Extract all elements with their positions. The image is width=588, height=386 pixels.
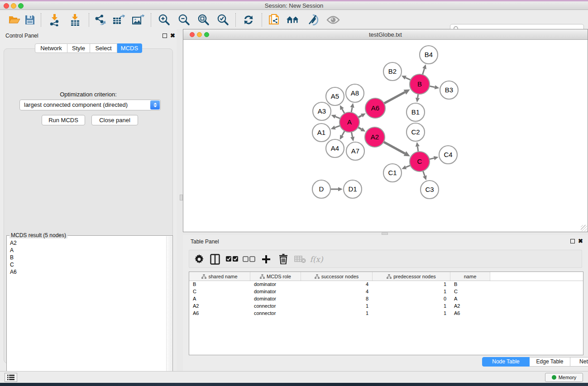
export-network-icon[interactable] (91, 12, 108, 28)
column-header-successor-nodes[interactable]: successor nodes (301, 272, 373, 281)
close-panel-icon[interactable]: ✖ (170, 33, 175, 38)
open-file-icon[interactable] (6, 12, 23, 28)
export-table-icon[interactable] (110, 12, 127, 28)
zoom-fit-icon[interactable] (195, 12, 211, 28)
mcds-result-item[interactable]: C (10, 261, 166, 268)
function-builder-icon[interactable]: f(x) (309, 252, 324, 267)
tab-edge-table[interactable]: Edge Table (530, 357, 570, 367)
table-cell[interactable]: B (189, 281, 250, 288)
mcds-result-item[interactable]: A2 (10, 239, 166, 247)
graph-edge-C-C3[interactable] (423, 171, 425, 176)
graph-edge-A-A1[interactable] (335, 126, 340, 128)
mcds-result-item[interactable]: A6 (10, 268, 166, 276)
graph-edge-C-C2[interactable] (417, 147, 418, 152)
table-row[interactable]: Adominator80A (189, 295, 583, 303)
table-cell[interactable]: A6 (450, 310, 490, 317)
table-cell[interactable]: dominator (250, 295, 301, 303)
table-cell[interactable]: 1 (373, 303, 450, 310)
import-table-icon[interactable] (67, 12, 83, 28)
table-cell[interactable]: A (189, 295, 250, 303)
refresh-layout-icon[interactable] (240, 12, 257, 28)
column-header-name[interactable]: name (450, 272, 490, 281)
result-list-scrollbar[interactable] (166, 236, 172, 386)
tab-mcds[interactable]: MCDS (117, 43, 142, 53)
delete-column-icon[interactable] (276, 252, 291, 267)
zoom-selected-icon[interactable] (215, 12, 231, 28)
table-close-panel-icon[interactable]: ✖ (578, 239, 583, 243)
tab-select[interactable]: Select (90, 43, 117, 53)
table-cell[interactable]: B (450, 281, 490, 288)
table-row[interactable]: A6connector11A6 (189, 310, 583, 317)
close-panel-button[interactable]: Close panel (91, 115, 138, 125)
node-table[interactable]: shared nameMCDS rolesuccessor nodesprede… (189, 272, 583, 355)
import-network-icon[interactable] (46, 12, 62, 28)
tab-node-table[interactable]: Node Table (482, 357, 530, 367)
run-mcds-button[interactable]: Run MCDS (42, 115, 85, 125)
zoom-out-icon[interactable] (176, 12, 192, 28)
home-icon[interactable] (285, 12, 301, 28)
graph-edge-A-A8[interactable] (351, 107, 352, 112)
graph-edge-A2-C[interactable] (383, 142, 405, 154)
delete-table-icon[interactable] (292, 252, 308, 267)
table-cell[interactable]: dominator (250, 281, 301, 288)
graph-edge-B-B1[interactable] (418, 94, 418, 98)
network-canvas[interactable]: B4B2BB3A5A8A6B1A3AC2A1A2A4A7C4CC1C3DD1 (183, 40, 588, 232)
vertical-splitter-handle[interactable] (180, 195, 183, 200)
table-cell[interactable]: 4 (301, 281, 373, 288)
duplicate-network-icon[interactable] (266, 12, 282, 28)
graph-edge-B-B2[interactable] (406, 78, 411, 80)
table-cell[interactable]: 1 (301, 310, 373, 317)
tab-network[interactable]: Network (35, 43, 67, 53)
table-row[interactable]: A2connector11A2 (189, 303, 583, 310)
table-cell[interactable]: A2 (189, 303, 250, 310)
network-graph[interactable]: B4B2BB3A5A8A6B1A3AC2A1A2A4A7C4CC1C3DD1 (183, 40, 588, 232)
network-window-titlebar[interactable]: testGlobe.txt (183, 29, 588, 40)
split-columns-icon[interactable] (207, 252, 223, 267)
table-cell[interactable]: 1 (373, 310, 450, 317)
save-session-icon[interactable] (22, 12, 38, 28)
clear-checkboxes-icon[interactable] (241, 252, 257, 267)
mcds-result-item[interactable]: B (10, 254, 166, 261)
add-column-icon[interactable] (258, 252, 274, 267)
mcds-result-list[interactable]: A2ABCA6 (7, 238, 166, 386)
table-cell[interactable]: A (450, 295, 490, 303)
table-cell[interactable]: A6 (189, 310, 250, 317)
graph-edge-A-A3[interactable] (335, 117, 340, 119)
table-cell[interactable]: C (189, 288, 250, 295)
table-cell[interactable]: 0 (373, 295, 450, 303)
graph-edge-A-A4[interactable] (342, 131, 344, 136)
memory-button[interactable]: Memory (545, 373, 583, 382)
table-row[interactable]: Cdominator41C (189, 288, 583, 295)
main-titlebar[interactable]: Session: New Session (0, 1, 588, 10)
column-header-shared-name[interactable]: shared name (189, 272, 250, 281)
graph-edge-B-B4[interactable] (422, 69, 424, 75)
float-panel-icon[interactable] (163, 33, 167, 38)
table-cell[interactable]: 1 (373, 288, 450, 295)
gear-icon[interactable] (191, 252, 207, 267)
hide-annotations-icon[interactable] (305, 12, 321, 28)
network-view-window[interactable]: testGlobe.txt B4B2BB3A5A8A6B1A3AC2A1A2A4… (183, 29, 588, 232)
table-cell[interactable]: A2 (450, 303, 490, 310)
column-header-predecessor-nodes[interactable]: predecessor nodes (373, 272, 450, 281)
window-resize-grip[interactable] (581, 225, 587, 231)
table-cell[interactable]: dominator (250, 288, 301, 295)
graph-edge-C-C1[interactable] (406, 165, 411, 167)
table-cell[interactable]: C (450, 288, 490, 295)
table-cell[interactable]: 1 (373, 281, 450, 288)
graph-edge-A6-B[interactable] (384, 92, 405, 104)
graph-edge-C-C4[interactable] (429, 158, 434, 159)
graph-edge-A-A7[interactable] (351, 132, 352, 137)
table-float-panel-icon[interactable] (570, 239, 575, 243)
table-cell[interactable]: connector (250, 303, 301, 310)
table-cell[interactable]: 8 (301, 295, 373, 303)
graph-edge-A-A5[interactable] (342, 109, 345, 114)
show-graphics-icon[interactable] (325, 12, 341, 28)
graph-edge-A-A6[interactable] (358, 115, 362, 117)
column-header-mcds-role[interactable]: MCDS role (250, 272, 301, 281)
graph-edge-B-B3[interactable] (430, 86, 435, 87)
tab-network-table[interactable]: Network Table (570, 357, 588, 367)
export-image-icon[interactable] (130, 12, 146, 28)
graph-edge-A-A2[interactable] (358, 127, 362, 129)
table-cell[interactable]: 1 (301, 303, 373, 310)
mcds-result-item[interactable]: A (10, 247, 166, 254)
